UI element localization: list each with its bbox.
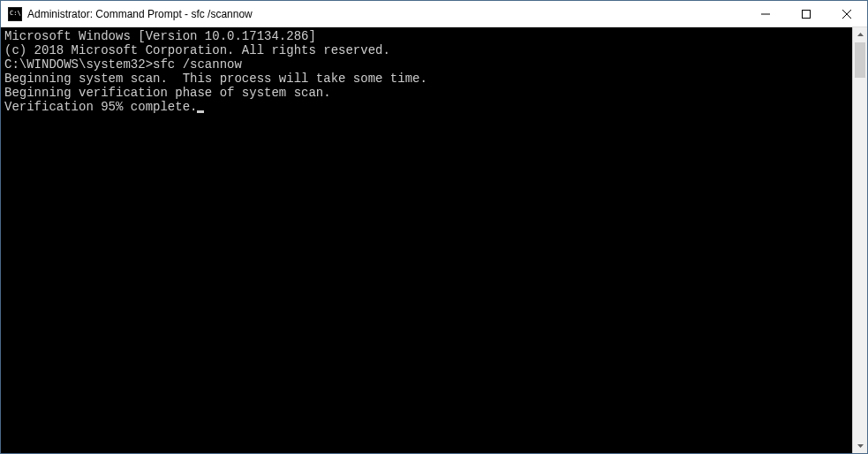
scrollbar-thumb[interactable] — [855, 42, 865, 78]
titlebar[interactable]: C:\ Administrator: Command Prompt - sfc … — [1, 1, 867, 27]
output-line: (c) 2018 Microsoft Corporation. All righ… — [4, 43, 849, 57]
output-line: Microsoft Windows [Version 10.0.17134.28… — [4, 29, 849, 43]
svg-rect-4 — [803, 10, 811, 18]
terminal-container: Microsoft Windows [Version 10.0.17134.28… — [1, 27, 867, 453]
progress-line: Verification 95% complete. — [4, 100, 849, 114]
cmd-icon: C:\ — [8, 7, 22, 21]
cursor — [197, 110, 204, 113]
scroll-down-button[interactable] — [853, 438, 867, 453]
scrollbar-track[interactable] — [853, 42, 867, 438]
minimize-button[interactable] — [745, 1, 786, 26]
terminal-output[interactable]: Microsoft Windows [Version 10.0.17134.28… — [1, 27, 852, 453]
window-title: Administrator: Command Prompt - sfc /sca… — [27, 8, 745, 20]
svg-text:C:\: C:\ — [10, 10, 21, 17]
verification-progress: Verification 95% complete. — [4, 100, 197, 114]
maximize-button[interactable] — [786, 1, 826, 26]
output-line: Beginning verification phase of system s… — [4, 86, 849, 100]
command-input: sfc /scannow — [153, 57, 242, 72]
command-prompt-window: C:\ Administrator: Command Prompt - sfc … — [0, 0, 868, 454]
vertical-scrollbar[interactable] — [852, 27, 867, 453]
prompt-line: C:\WINDOWS\system32>sfc /scannow — [4, 57, 849, 72]
prompt: C:\WINDOWS\system32> — [4, 57, 153, 72]
close-button[interactable] — [826, 1, 867, 26]
scroll-up-button[interactable] — [853, 27, 867, 42]
output-line: Beginning system scan. This process will… — [4, 72, 849, 86]
window-controls — [745, 1, 867, 26]
